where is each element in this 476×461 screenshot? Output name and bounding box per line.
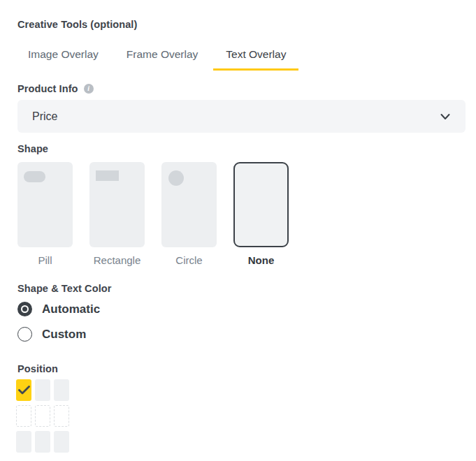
shape-option-pill[interactable]: Pill: [17, 162, 73, 266]
product-info-label-row: Product Info i: [17, 83, 94, 94]
checkmark-icon: [18, 386, 30, 395]
panel-title: Creative Tools (optional): [17, 19, 137, 30]
shape-card-pill: [17, 162, 73, 247]
info-icon[interactable]: i: [84, 84, 94, 94]
position-cell-middle-center[interactable]: [35, 405, 50, 427]
creative-tools-panel: Creative Tools (optional) Image Overlay …: [0, 0, 476, 461]
shape-label: Shape: [17, 143, 48, 154]
shape-options: Pill Rectangle Circle None: [17, 162, 289, 266]
position-label: Position: [17, 363, 58, 374]
tab-image-overlay[interactable]: Image Overlay: [15, 42, 111, 71]
position-cell-middle-left[interactable]: [16, 405, 31, 427]
circle-shape-icon: [168, 170, 184, 186]
product-info-select[interactable]: Price: [17, 100, 466, 133]
radio-option-automatic[interactable]: Automatic: [17, 302, 100, 316]
shape-card-rectangle: [89, 162, 145, 247]
radio-option-custom[interactable]: Custom: [17, 327, 100, 342]
radio-label: Automatic: [42, 302, 100, 316]
pill-shape-icon: [24, 171, 45, 182]
position-cell-top-left[interactable]: [16, 379, 31, 401]
shape-option-label: Pill: [38, 254, 52, 266]
shape-option-label: Rectangle: [94, 254, 141, 266]
shape-option-circle[interactable]: Circle: [161, 162, 217, 266]
product-info-label: Product Info: [17, 83, 78, 94]
overlay-tabs: Image Overlay Frame Overlay Text Overlay: [15, 42, 298, 71]
tab-text-overlay[interactable]: Text Overlay: [213, 42, 298, 71]
position-cell-bottom-right[interactable]: [54, 431, 69, 453]
shape-option-label: None: [248, 254, 275, 266]
product-info-selected-value: Price: [32, 110, 57, 123]
position-cell-top-right[interactable]: [54, 379, 69, 401]
position-cell-bottom-center[interactable]: [35, 431, 50, 453]
tab-frame-overlay[interactable]: Frame Overlay: [114, 42, 211, 71]
shape-text-color-label: Shape & Text Color: [17, 283, 111, 294]
rectangle-shape-icon: [96, 170, 119, 181]
shape-card-none: [233, 162, 289, 247]
shape-text-color-options: Automatic Custom: [17, 302, 100, 352]
chevron-down-icon: [440, 111, 451, 122]
shape-card-circle: [161, 162, 217, 247]
position-cell-bottom-left[interactable]: [16, 431, 31, 453]
radio-label: Custom: [42, 328, 86, 342]
shape-option-rectangle[interactable]: Rectangle: [89, 162, 145, 266]
radio-button-custom[interactable]: [17, 327, 32, 342]
radio-button-automatic[interactable]: [17, 302, 32, 316]
shape-option-none[interactable]: None: [233, 162, 289, 266]
position-cell-middle-right[interactable]: [54, 405, 69, 427]
position-cell-top-center[interactable]: [35, 379, 50, 401]
shape-option-label: Circle: [175, 254, 202, 266]
position-grid: [16, 379, 69, 453]
